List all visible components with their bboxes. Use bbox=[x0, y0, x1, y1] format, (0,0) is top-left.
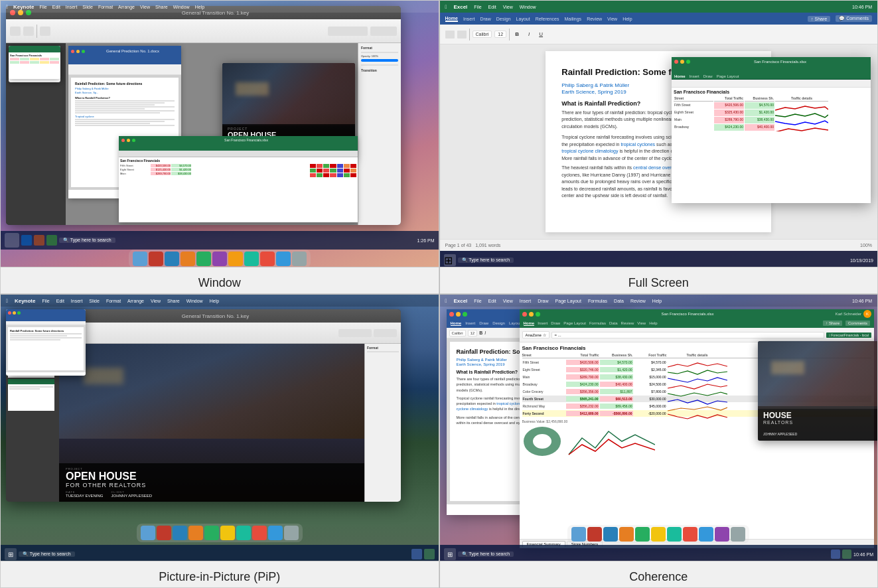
coh-help[interactable]: Help bbox=[652, 299, 662, 303]
tb-btn[interactable] bbox=[457, 31, 467, 38]
menu-edit[interactable]: Edit bbox=[52, 5, 60, 9]
dock-coh-8[interactable] bbox=[683, 527, 697, 542]
tb-btn[interactable] bbox=[445, 31, 455, 38]
dock-pip-3[interactable] bbox=[173, 526, 187, 540]
menu-slide[interactable]: Slide bbox=[82, 5, 93, 9]
menu-view[interactable]: View bbox=[140, 5, 150, 9]
max-coh[interactable] bbox=[463, 312, 467, 317]
tb-btn-pip[interactable] bbox=[374, 329, 397, 337]
tab-home[interactable]: Home bbox=[445, 16, 458, 22]
slide-thumb-2[interactable] bbox=[8, 379, 54, 411]
tab-insert[interactable]: Insert bbox=[463, 17, 475, 21]
start-button[interactable] bbox=[5, 233, 19, 248]
min-excel-coh[interactable] bbox=[529, 312, 534, 317]
dock-coh-9[interactable] bbox=[699, 527, 713, 542]
dock-pip-trash[interactable] bbox=[284, 526, 299, 540]
dock-coh-trash[interactable] bbox=[731, 527, 745, 542]
formula-bar[interactable]: = ... bbox=[551, 332, 825, 338]
dock-icon[interactable] bbox=[165, 252, 179, 266]
dock-coh-10[interactable] bbox=[715, 527, 729, 542]
keynote-pip[interactable]: Keynote bbox=[15, 298, 36, 304]
dock-pip-6[interactable] bbox=[220, 526, 235, 540]
formula-bar-ref[interactable]: AnaZone ☆ bbox=[522, 331, 549, 338]
taskbar-icon[interactable] bbox=[34, 235, 44, 246]
apple-menu[interactable]:  bbox=[6, 4, 8, 10]
apple-menu-pip[interactable]:  bbox=[6, 298, 8, 304]
close-excel-coh[interactable] bbox=[522, 312, 527, 317]
excel-window[interactable]: Window bbox=[520, 5, 536, 9]
dock-icon[interactable] bbox=[260, 252, 275, 266]
menu-share[interactable]: Share bbox=[155, 5, 168, 9]
dock-icon-trash[interactable] bbox=[292, 252, 307, 266]
menu-pip-file[interactable]: File bbox=[42, 299, 49, 303]
min-coh[interactable] bbox=[456, 312, 461, 317]
dock-coh-3[interactable] bbox=[603, 527, 618, 542]
menu-insert[interactable]: Insert bbox=[66, 5, 78, 9]
menu-pip-share[interactable]: Share bbox=[167, 299, 180, 303]
excel-thumbnail[interactable]: San Francisco Financials bbox=[9, 46, 60, 79]
dock-coh-7[interactable] bbox=[667, 527, 682, 542]
font-name[interactable]: Calibri bbox=[473, 31, 492, 38]
tab-review[interactable]: Review bbox=[587, 17, 602, 21]
dock-pip-5[interactable] bbox=[204, 526, 219, 540]
menu-window[interactable]: Window bbox=[173, 5, 190, 9]
tab-help[interactable]: Help bbox=[622, 17, 632, 21]
apple-menu-fs[interactable]:  bbox=[445, 4, 447, 10]
menu-arrange[interactable]: Arrange bbox=[118, 5, 135, 9]
dock-pip-7[interactable] bbox=[236, 526, 251, 540]
share-btn[interactable]: ↑ Share bbox=[808, 16, 830, 22]
taskbar-icon[interactable] bbox=[21, 235, 32, 246]
menu-help[interactable]: Help bbox=[195, 5, 204, 9]
toolbar-btn[interactable] bbox=[23, 27, 34, 36]
taskbar-icon[interactable] bbox=[46, 235, 57, 246]
coh-insert[interactable]: Insert bbox=[520, 299, 532, 303]
toolbar-btn[interactable] bbox=[370, 27, 397, 36]
win-icon[interactable]: ⊞ bbox=[444, 254, 456, 266]
dock-icon[interactable] bbox=[196, 252, 211, 266]
toolbar-btn[interactable] bbox=[10, 27, 21, 36]
toolbar-btn[interactable] bbox=[328, 27, 368, 36]
win-start-pip[interactable]: ⊞ bbox=[5, 548, 17, 560]
excel-file[interactable]: File bbox=[474, 5, 481, 9]
toolbar-btn[interactable] bbox=[40, 27, 50, 36]
coh-layout[interactable]: Page Layout bbox=[555, 299, 581, 303]
excel-edit[interactable]: Edit bbox=[488, 5, 496, 9]
search-box-fs[interactable]: 🔍 Type here to search bbox=[458, 257, 514, 263]
bold-btn[interactable]: B bbox=[512, 30, 522, 39]
coh-review[interactable]: Review bbox=[630, 299, 646, 303]
dock-coh-1[interactable] bbox=[571, 527, 586, 542]
dock-icon[interactable] bbox=[244, 252, 259, 266]
comments-btn[interactable]: 💬 Comments bbox=[836, 15, 872, 22]
tab-design[interactable]: Design bbox=[496, 17, 511, 21]
dock-icon[interactable] bbox=[181, 252, 195, 266]
tb-btn-pip[interactable] bbox=[338, 329, 372, 337]
font-size[interactable]: 12 bbox=[494, 31, 506, 38]
dock-coh-5[interactable] bbox=[635, 527, 650, 542]
tab-view[interactable]: View bbox=[607, 17, 617, 21]
italic-btn[interactable]: I bbox=[524, 30, 534, 39]
search-coh[interactable]: 🔍 Type here to search bbox=[458, 551, 514, 557]
app-menu-keynote[interactable]: Keynote bbox=[13, 4, 35, 10]
coh-draw[interactable]: Draw bbox=[538, 299, 548, 303]
coh-edit[interactable]: Edit bbox=[488, 299, 496, 303]
max-excel-coh[interactable] bbox=[536, 312, 540, 317]
apple-menu-coh[interactable]:  bbox=[445, 298, 447, 304]
close-coh[interactable] bbox=[449, 312, 454, 317]
menu-pip-insert[interactable]: Insert bbox=[71, 299, 83, 303]
coh-formulas[interactable]: Formulas bbox=[588, 299, 607, 303]
dock-pip-9[interactable] bbox=[268, 526, 283, 540]
menu-pip-edit[interactable]: Edit bbox=[56, 299, 64, 303]
dock-icon[interactable] bbox=[212, 252, 227, 266]
dock-icon[interactable] bbox=[228, 252, 243, 266]
dock-coh-2[interactable] bbox=[587, 527, 602, 542]
excel-view[interactable]: View bbox=[503, 5, 513, 9]
tab-references[interactable]: References bbox=[536, 17, 559, 21]
dock-pip-8[interactable] bbox=[252, 526, 267, 540]
menu-format[interactable]: Format bbox=[98, 5, 113, 9]
underline-btn[interactable]: U bbox=[536, 30, 546, 39]
menu-pip-window[interactable]: Window bbox=[186, 299, 203, 303]
dock-coh-6[interactable] bbox=[651, 527, 666, 542]
coh-file[interactable]: File bbox=[474, 299, 481, 303]
menu-pip-format[interactable]: Format bbox=[106, 299, 121, 303]
dock-icon[interactable] bbox=[149, 252, 163, 266]
